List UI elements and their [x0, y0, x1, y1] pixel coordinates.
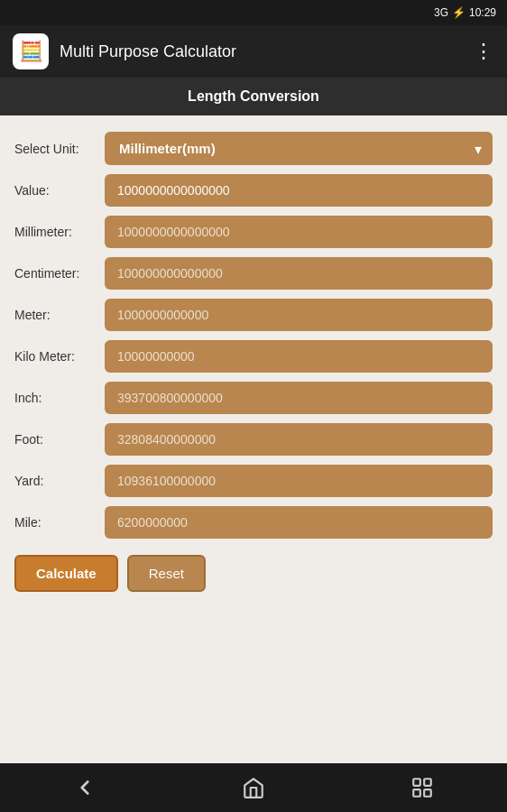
app-logo: 🧮 [13, 33, 49, 69]
network-indicator: 3G [434, 6, 448, 19]
battery-icon: ⚡ [452, 6, 466, 19]
kilometer-label: Kilo Meter: [14, 349, 105, 364]
logo-icon: 🧮 [19, 40, 43, 63]
kilometer-input[interactable] [105, 340, 493, 373]
back-icon [73, 776, 97, 799]
millimeter-label: Millimeter: [14, 225, 105, 239]
yard-input[interactable] [105, 465, 493, 497]
home-button[interactable] [226, 770, 281, 806]
buttons-row: Calculate Reset [14, 555, 493, 592]
main-content: Select Unit: Millimeter(mm) Centimeter(c… [0, 115, 507, 763]
meter-label: Meter: [14, 308, 105, 322]
meter-row: Meter: [14, 299, 493, 331]
home-icon [242, 776, 265, 799]
foot-input[interactable] [105, 423, 493, 456]
overflow-menu-button[interactable]: ⋮ [474, 42, 494, 61]
inch-label: Inch: [14, 391, 105, 405]
inch-input[interactable] [105, 382, 493, 414]
svg-rect-3 [424, 789, 431, 797]
status-bar: 3G ⚡ 10:29 [0, 0, 507, 25]
value-row: Value: [14, 174, 493, 207]
back-button[interactable] [58, 770, 112, 806]
mile-label: Mile: [14, 515, 105, 530]
bottom-nav [0, 763, 507, 812]
select-unit-label: Select Unit: [14, 142, 105, 156]
millimeter-row: Millimeter: [14, 216, 493, 248]
calculate-button[interactable]: Calculate [14, 555, 118, 592]
svg-rect-1 [424, 779, 431, 786]
mile-input[interactable] [105, 506, 493, 539]
section-title: Length Conversion [188, 88, 319, 105]
time-display: 10:29 [469, 6, 496, 19]
select-unit-wrapper: Millimeter(mm) Centimeter(cm) Meter(m) K… [105, 132, 493, 165]
unit-select[interactable]: Millimeter(mm) Centimeter(cm) Meter(m) K… [105, 132, 493, 165]
recents-button[interactable] [395, 770, 449, 806]
svg-rect-0 [414, 779, 421, 786]
value-label: Value: [14, 183, 105, 198]
select-unit-row: Select Unit: Millimeter(mm) Centimeter(c… [14, 132, 493, 165]
yard-label: Yard: [14, 474, 105, 488]
mile-row: Mile: [14, 506, 493, 539]
svg-rect-2 [414, 789, 421, 797]
meter-input[interactable] [105, 299, 493, 331]
status-icons: 3G ⚡ 10:29 [434, 6, 496, 19]
reset-button[interactable]: Reset [127, 555, 206, 592]
centimeter-row: Centimeter: [14, 257, 493, 290]
app-title: Multi Purpose Calculator [60, 42, 463, 61]
yard-row: Yard: [14, 465, 493, 497]
kilometer-row: Kilo Meter: [14, 340, 493, 373]
centimeter-input[interactable] [105, 257, 493, 290]
value-input[interactable] [105, 174, 493, 207]
foot-row: Foot: [14, 423, 493, 456]
inch-row: Inch: [14, 382, 493, 414]
recents-icon [410, 776, 434, 799]
app-header: 🧮 Multi Purpose Calculator ⋮ [0, 25, 507, 78]
foot-label: Foot: [14, 432, 105, 447]
centimeter-label: Centimeter: [14, 266, 105, 281]
section-header: Length Conversion [0, 78, 507, 115]
millimeter-input[interactable] [105, 216, 493, 248]
